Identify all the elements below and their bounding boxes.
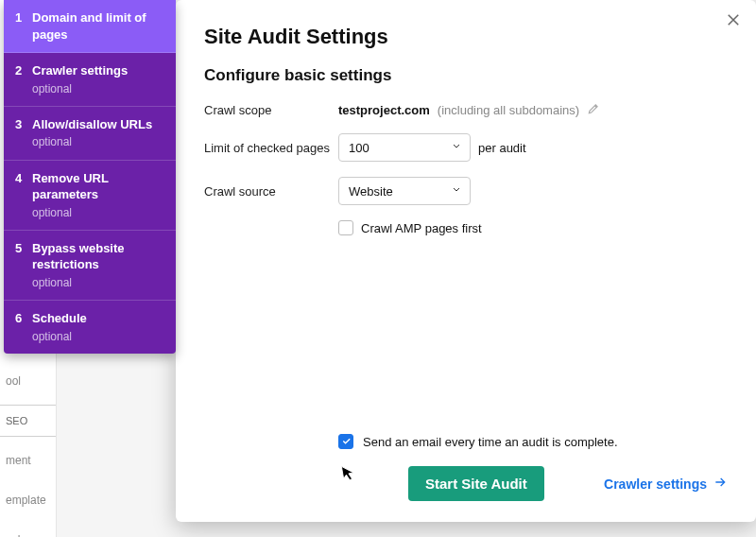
crawl-scope-suffix: (including all subdomains) — [438, 103, 579, 117]
bg-text: ment — [0, 441, 56, 480]
step-number: 1 — [15, 9, 32, 26]
crawl-source-select[interactable]: Website — [338, 177, 471, 205]
limit-pages-select[interactable]: 100 — [338, 133, 471, 162]
email-notify-row: Send an email every time an audit is com… — [338, 434, 728, 449]
chevron-down-icon — [451, 184, 462, 199]
crawl-scope-domain: testproject.com — [338, 103, 430, 117]
crawl-scope-row: Crawl scope testproject.com (including a… — [204, 102, 728, 118]
step-schedule[interactable]: 6 Schedule optional — [4, 301, 176, 354]
amp-row: Crawl AMP pages first — [204, 220, 728, 235]
step-number: 2 — [15, 62, 32, 79]
modal-footer: Start Site Audit Crawler settings — [338, 466, 728, 501]
bg-text: ool — [0, 361, 56, 401]
step-optional: optional — [32, 205, 164, 220]
limit-pages-row: Limit of checked pages 100 per audit — [204, 133, 728, 162]
step-allow-disallow[interactable]: 3 Allow/disallow URLs optional — [4, 107, 176, 161]
bg-text: SEO — [0, 409, 56, 432]
wizard-steps-sidebar: 1 Domain and limit of pages 2 Crawler se… — [4, 0, 176, 354]
site-audit-settings-modal: Site Audit Settings Configure basic sett… — [176, 0, 756, 522]
step-number: 5 — [15, 240, 32, 257]
step-domain-limit[interactable]: 1 Domain and limit of pages — [4, 0, 176, 53]
step-optional: optional — [32, 134, 164, 149]
email-notify-checkbox[interactable] — [338, 434, 353, 449]
step-label: Schedule — [32, 310, 164, 327]
crawl-source-label: Crawl source — [204, 184, 338, 199]
crawl-scope-label: Crawl scope — [204, 103, 338, 117]
edit-scope-button[interactable] — [587, 102, 600, 118]
limit-pages-value: 100 — [349, 141, 369, 155]
limit-pages-label: Limit of checked pages — [204, 141, 338, 155]
close-icon — [725, 11, 742, 31]
next-link-label: Crawler settings — [604, 476, 707, 492]
crawl-amp-checkbox[interactable] — [338, 220, 353, 235]
close-button[interactable] — [720, 8, 747, 34]
crawl-source-row: Crawl source Website — [204, 177, 728, 205]
crawl-source-value: Website — [349, 184, 393, 199]
modal-title: Site Audit Settings — [204, 25, 728, 49]
step-label: Crawler settings — [32, 62, 164, 79]
bg-text: emplate — [0, 480, 56, 520]
bg-text: ecker — [0, 520, 56, 537]
step-optional: optional — [32, 81, 164, 96]
section-title: Configure basic settings — [204, 66, 728, 85]
email-notify-label: Send an email every time an audit is com… — [363, 435, 618, 449]
step-optional: optional — [32, 275, 164, 290]
step-remove-url-params[interactable]: 4 Remove URL parameters optional — [4, 161, 176, 231]
step-number: 3 — [15, 116, 32, 133]
next-crawler-settings-link[interactable]: Crawler settings — [604, 475, 728, 493]
step-label: Remove URL parameters — [32, 170, 164, 203]
step-number: 4 — [15, 170, 32, 187]
step-label: Allow/disallow URLs — [32, 116, 164, 133]
step-optional: optional — [32, 329, 164, 344]
chevron-down-icon — [451, 141, 462, 155]
pencil-icon — [587, 104, 600, 118]
step-label: Domain and limit of pages — [32, 9, 164, 43]
step-crawler-settings[interactable]: 2 Crawler settings optional — [4, 53, 176, 107]
limit-pages-suffix: per audit — [478, 141, 526, 155]
step-number: 6 — [15, 310, 32, 327]
arrow-right-icon — [713, 475, 728, 493]
start-site-audit-button[interactable]: Start Site Audit — [408, 466, 544, 501]
step-label: Bypass website restrictions — [32, 240, 164, 273]
crawl-amp-label: Crawl AMP pages first — [361, 221, 482, 235]
step-bypass-restrictions[interactable]: 5 Bypass website restrictions optional — [4, 231, 176, 301]
check-icon — [341, 435, 352, 449]
